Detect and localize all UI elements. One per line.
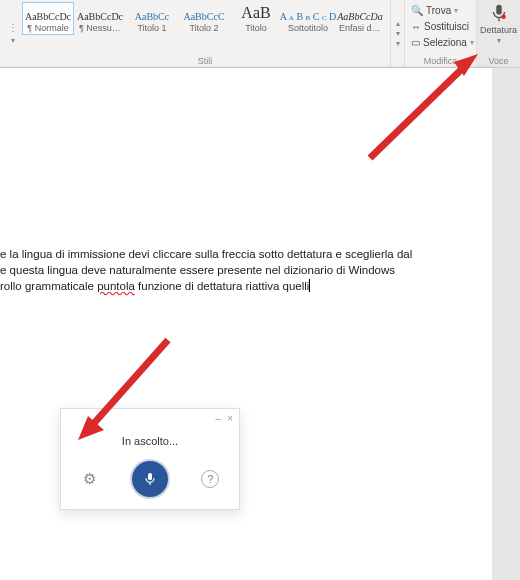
style-preview: AaB: [235, 6, 277, 22]
chevron-down-icon: ▾: [470, 38, 474, 47]
cursor-icon: ▭: [411, 37, 420, 48]
microphone-button[interactable]: [132, 461, 168, 497]
select-button[interactable]: ▭ Seleziona ▾: [411, 34, 472, 50]
style-name-label: ¶ Normale: [27, 23, 69, 33]
find-button[interactable]: 🔍 Trova ▾: [411, 2, 472, 18]
help-button[interactable]: ?: [195, 464, 225, 494]
style-name-label: Sottotitolo: [287, 23, 329, 33]
style-item[interactable]: AaBbCcTitolo 1: [126, 2, 178, 35]
style-name-label: Titolo 1: [131, 23, 173, 33]
style-item[interactable]: AaBbCcDaEnfasi (cor...: [386, 2, 388, 35]
style-item[interactable]: A a B b C c DSottotitolo: [282, 2, 334, 35]
text-cursor: [309, 279, 310, 292]
editing-group: 🔍 Trova ▾ ↔ Sostituisci ▭ Seleziona ▾ Mo…: [404, 0, 476, 67]
style-item[interactable]: AaBbCcDaEnfasi deli...: [334, 2, 386, 35]
styles-more-button[interactable]: ▴▾▾: [390, 0, 404, 67]
ribbon: ⋮ ▾ AaBbCcDc¶ NormaleAaBbCcDc¶ Nessuna..…: [0, 0, 520, 68]
dictation-status: In ascolto...: [61, 435, 239, 447]
document-text: e la lingua di immissione devi cliccare …: [0, 246, 412, 294]
settings-button[interactable]: ⚙: [75, 464, 105, 494]
style-preview: AaBbCcDa: [339, 6, 381, 22]
style-preview: AaBbCcDc: [79, 6, 121, 22]
style-name-label: Enfasi deli...: [339, 23, 381, 33]
replace-button[interactable]: ↔ Sostituisci: [411, 18, 472, 34]
close-button[interactable]: ×: [227, 413, 233, 424]
voice-group: Dettatura ▾ Voce: [476, 0, 520, 67]
chevron-down-icon: ▾: [454, 6, 458, 15]
help-icon: ?: [201, 470, 219, 488]
style-name-label: Titolo: [235, 23, 277, 33]
style-preview: A a B b C c D: [287, 6, 329, 22]
svg-rect-0: [496, 5, 502, 15]
dictate-button[interactable]: [488, 2, 510, 24]
chevron-down-icon[interactable]: ▾: [497, 36, 501, 45]
style-preview: AaBbCc: [131, 6, 173, 22]
quick-access-more[interactable]: ⋮ ▾: [0, 0, 22, 67]
style-item[interactable]: AaBbCcDc¶ Normale: [22, 2, 74, 35]
voice-group-label: Voce: [488, 56, 508, 66]
minimize-button[interactable]: –: [216, 413, 222, 424]
style-preview: AaBbCcDc: [27, 6, 69, 22]
dictate-label: Dettatura: [480, 25, 517, 35]
style-preview: AaBbCcC: [183, 6, 225, 22]
dictation-panel: – × In ascolto... ⚙ ?: [60, 408, 240, 510]
style-name-label: Titolo 2: [183, 23, 225, 33]
style-item[interactable]: AaBTitolo: [230, 2, 282, 35]
svg-rect-3: [148, 473, 152, 480]
svg-point-2: [501, 14, 506, 19]
replace-icon: ↔: [411, 21, 421, 32]
style-item[interactable]: AaBbCcDc¶ Nessuna...: [74, 2, 126, 35]
page-gutter: [492, 68, 520, 580]
microphone-icon: [488, 2, 510, 24]
gear-icon: ⚙: [83, 470, 96, 488]
styles-gallery: AaBbCcDc¶ NormaleAaBbCcDc¶ Nessuna...AaB…: [22, 0, 388, 67]
microphone-icon: [142, 471, 158, 487]
styles-group-label: Stili: [198, 56, 213, 66]
search-icon: 🔍: [411, 5, 423, 16]
style-item[interactable]: AaBbCcCTitolo 2: [178, 2, 230, 35]
editing-group-label: Modifica: [424, 56, 458, 66]
style-name-label: ¶ Nessuna...: [79, 23, 121, 33]
spelling-error[interactable]: puntola: [97, 280, 135, 292]
